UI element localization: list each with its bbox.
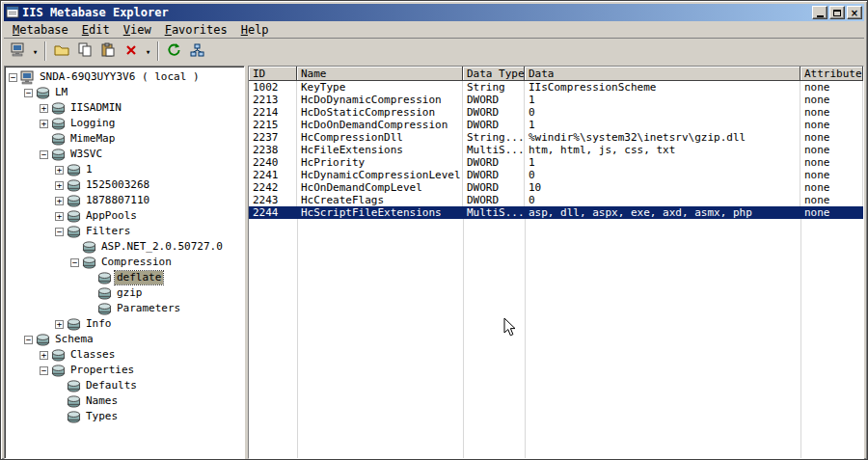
column-header-data-type[interactable]: Data Type (463, 67, 525, 81)
column-header-id[interactable]: ID (249, 67, 297, 81)
cell-name: KeyType (297, 81, 463, 94)
expand-icon[interactable]: + (55, 197, 64, 205)
copy-button[interactable] (73, 41, 95, 62)
collapse-icon[interactable]: − (24, 336, 33, 344)
table-row[interactable]: 2244HcScriptFileExtensionsMultiS...asp, … (249, 206, 863, 219)
tree-node-iisadmin[interactable]: +IISADMIN (5, 100, 244, 116)
table-row[interactable]: 2242HcOnDemandCompLevelDWORD10none (249, 181, 863, 194)
delete-dropdown[interactable]: ▼ (143, 41, 153, 62)
metabase-key-icon (67, 194, 84, 207)
delete-button[interactable] (120, 41, 142, 62)
tree-node-1878807110[interactable]: +1878807110 (5, 193, 244, 208)
list-view[interactable]: ID Name Data Type Data Attributes 1002Ke… (248, 66, 864, 459)
maximize-button[interactable] (829, 6, 845, 19)
expand-icon[interactable]: + (55, 212, 64, 221)
computer-icon (11, 42, 26, 61)
tree-node-parameters[interactable]: Parameters (5, 301, 244, 316)
close-button[interactable]: × (847, 6, 862, 19)
column-header-data[interactable]: Data (525, 67, 800, 81)
collapse-icon[interactable]: − (24, 89, 33, 97)
table-row[interactable]: 2237HcCompressionDllString...%windir%\sy… (249, 131, 863, 144)
column-header-attributes[interactable]: Attributes (800, 67, 863, 81)
table-row[interactable]: 2240HcPriorityDWORD1none (249, 156, 863, 169)
collapse-icon[interactable]: − (70, 258, 79, 267)
tree-node-lm[interactable]: −LM (5, 85, 244, 100)
table-row[interactable]: 2214HcDoStaticCompressionDWORD0none (249, 106, 863, 119)
expand-icon[interactable]: + (40, 104, 48, 113)
tree-node-label: 1878807110 (84, 194, 151, 207)
tree-node-properties[interactable]: −Properties (5, 363, 244, 378)
tree-node-schema[interactable]: −Schema (5, 332, 244, 347)
refresh-button[interactable] (163, 41, 185, 62)
tree-node-1525003268[interactable]: +1525003268 (5, 177, 244, 193)
table-row[interactable]: 2215HcDoOnDemandCompressionDWORD1none (249, 119, 863, 131)
tree-node-defaults[interactable]: Defaults (5, 378, 244, 393)
tree-node-types[interactable]: Types (5, 409, 244, 424)
tree-view[interactable]: −SNDA-69Q3UYY3V6 ( local )−LM+IISADMIN+L… (4, 66, 245, 459)
tree-node-label: LM (53, 86, 69, 99)
tree-node-w3svc[interactable]: −W3SVC (5, 147, 244, 162)
collapse-icon[interactable]: − (55, 228, 64, 236)
table-row[interactable]: 2241HcDynamicCompressionLevelDWORD0none (249, 169, 863, 181)
menu-favorites[interactable]: Favorites (158, 21, 234, 39)
tree-node-label: Schema (53, 333, 95, 346)
tree-node-1[interactable]: +1 (5, 162, 244, 177)
tree-node-label: Properties (68, 364, 136, 377)
tree-node-gzip[interactable]: gzip (5, 285, 244, 301)
table-row[interactable]: 2213HcDoDynamicCompressionDWORD1none (249, 94, 863, 106)
menu-help[interactable]: Help (234, 21, 276, 39)
cell-data: asp, dll, aspx, exe, axd, asmx, php (525, 206, 800, 219)
connect-button[interactable] (7, 41, 29, 62)
table-row[interactable]: 1002KeyTypeStringIIsCompressionSchemenon… (249, 81, 863, 94)
cell-id: 2215 (249, 119, 297, 131)
metabase-key-icon (36, 333, 53, 346)
menu-edit[interactable]: Edit (75, 21, 117, 39)
connect-dropdown[interactable]: ▼ (30, 41, 41, 62)
expand-icon[interactable]: + (40, 120, 48, 128)
table-row[interactable]: 2243HcCreateFlagsDWORD0none (249, 194, 863, 206)
new-key-button[interactable] (50, 41, 72, 62)
cell-name: HcScriptFileExtensions (297, 206, 463, 219)
cell-data: 0 (525, 106, 800, 119)
tree-node-snda-69q3uyy3v6-local[interactable]: −SNDA-69Q3UYY3V6 ( local ) (5, 69, 244, 85)
tree-node-asp-net-2-0-50727-0[interactable]: ASP.NET_2.0.50727.0 (5, 239, 244, 255)
tree-node-label: gzip (115, 286, 145, 300)
menu-metabase[interactable]: Metabase (6, 21, 75, 39)
expand-icon[interactable]: + (55, 320, 64, 329)
window-title: IIS Metabase Explorer (22, 6, 809, 19)
column-header-name[interactable]: Name (297, 67, 463, 81)
cell-attributes: none (800, 169, 863, 181)
tree-node-deflate[interactable]: deflate (5, 270, 244, 285)
collapse-icon[interactable]: − (40, 366, 48, 375)
minimize-button[interactable] (812, 6, 827, 19)
metabase-key-icon (36, 86, 53, 99)
tree-node-mimemap[interactable]: MimeMap (5, 131, 244, 147)
title-bar[interactable]: IIS Metabase Explorer × (4, 4, 864, 21)
table-row[interactable]: 2238HcFileExtensionsMultiS...htm, html, … (249, 144, 863, 156)
permissions-button[interactable] (186, 41, 208, 62)
tree-node-classes[interactable]: +Classes (5, 347, 244, 363)
expand-icon[interactable]: + (40, 351, 48, 360)
network-icon (190, 42, 204, 61)
metabase-key-icon (67, 225, 84, 238)
metabase-key-icon (67, 209, 84, 223)
tree-node-label: Names (84, 394, 120, 408)
tree-node-logging[interactable]: +Logging (5, 116, 244, 131)
cell-data-type: String... (463, 131, 525, 144)
tree-node-apppools[interactable]: +AppPools (5, 208, 244, 224)
menu-view[interactable]: View (117, 21, 158, 39)
metabase-key-icon (51, 348, 68, 362)
collapse-icon[interactable]: − (40, 150, 48, 159)
expand-icon[interactable]: + (55, 166, 64, 175)
tree-node-filters[interactable]: −Filters (5, 224, 244, 239)
metabase-key-icon (51, 101, 68, 115)
paste-button[interactable] (96, 41, 119, 62)
expand-icon[interactable]: + (55, 181, 64, 190)
tree-node-names[interactable]: Names (5, 393, 244, 409)
cell-attributes: none (800, 144, 863, 156)
cell-name: HcOnDemandCompLevel (297, 181, 463, 194)
cell-id: 2241 (249, 169, 297, 181)
collapse-icon[interactable]: − (9, 73, 17, 82)
tree-node-info[interactable]: +Info (5, 316, 244, 332)
tree-node-compression[interactable]: −Compression (5, 255, 244, 270)
